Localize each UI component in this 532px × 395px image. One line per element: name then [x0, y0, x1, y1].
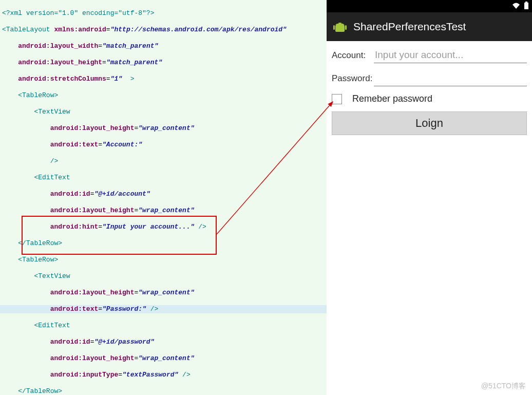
password-row: Password:	[332, 70, 527, 86]
password-input[interactable]	[374, 70, 527, 86]
account-row: Account:	[332, 47, 527, 63]
account-label: Account:	[332, 50, 374, 61]
checkbox-highlight-box	[22, 216, 217, 255]
account-input[interactable]	[374, 47, 527, 63]
login-button[interactable]: Loign	[332, 111, 527, 135]
password-label: Password:	[332, 73, 374, 84]
svg-rect-2	[335, 25, 345, 32]
battery-icon	[524, 2, 529, 11]
xml-decl: <?xml version="1.0" encoding="utf-8"?>	[2, 9, 154, 17]
xml-code-pane: <?xml version="1.0" encoding="utf-8"?> <…	[0, 0, 327, 395]
svg-rect-0	[524, 3, 528, 9]
remember-row: Remeber password	[332, 93, 527, 104]
wifi-icon	[511, 2, 521, 11]
android-icon	[332, 18, 348, 35]
remember-checkbox[interactable]	[332, 94, 342, 104]
phone-preview: SharedPerferencesTest Account: Password:…	[327, 0, 532, 395]
watermark: @51CTO博客	[481, 382, 526, 391]
svg-rect-1	[525, 2, 527, 3]
svg-rect-6	[345, 25, 347, 30]
status-bar	[327, 0, 532, 12]
svg-point-3	[337, 23, 338, 24]
app-title-bar: SharedPerferencesTest	[327, 12, 532, 41]
svg-rect-5	[333, 25, 335, 30]
app-title: SharedPerferencesTest	[353, 21, 466, 33]
remember-label: Remeber password	[352, 93, 432, 104]
svg-point-4	[341, 23, 343, 24]
